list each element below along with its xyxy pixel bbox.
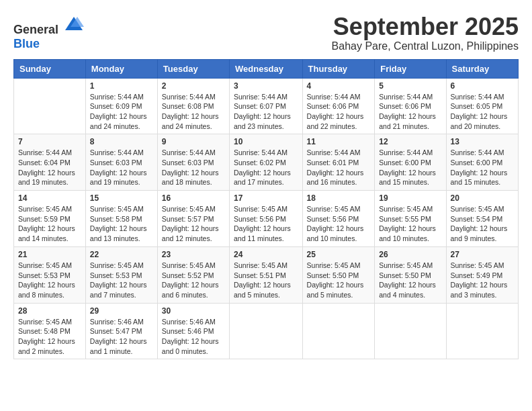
day-info: Sunrise: 5:45 AM Sunset: 5:52 PM Dayligh… (162, 261, 225, 300)
day-info: Sunrise: 5:45 AM Sunset: 5:56 PM Dayligh… (307, 204, 371, 244)
logo-general: General (13, 23, 58, 36)
calendar-table: Sunday Monday Tuesday Wednesday Thursday… (13, 59, 519, 360)
day-number: 4 (307, 81, 371, 91)
calendar-cell (446, 303, 518, 359)
day-number: 12 (379, 137, 441, 146)
calendar-cell: 10 Sunrise: 5:44 AM Sunset: 6:02 PM Dayl… (230, 134, 303, 191)
day-number: 1 (90, 81, 153, 91)
calendar-cell: 16 Sunrise: 5:45 AM Sunset: 5:57 PM Dayl… (157, 191, 229, 247)
day-number: 30 (162, 306, 225, 316)
calendar-cell (302, 303, 375, 359)
day-number: 24 (234, 250, 298, 259)
day-number: 27 (451, 250, 514, 259)
day-info: Sunrise: 5:46 AM Sunset: 5:47 PM Dayligh… (90, 317, 153, 357)
day-number: 13 (451, 137, 514, 146)
day-info: Sunrise: 5:44 AM Sunset: 6:06 PM Dayligh… (307, 92, 371, 132)
day-info: Sunrise: 5:45 AM Sunset: 5:57 PM Dayligh… (162, 204, 225, 244)
calendar-cell: 5 Sunrise: 5:44 AM Sunset: 6:06 PM Dayli… (375, 78, 446, 134)
calendar-cell: 24 Sunrise: 5:45 AM Sunset: 5:51 PM Dayl… (230, 246, 303, 303)
calendar-week-row: 14 Sunrise: 5:45 AM Sunset: 5:59 PM Dayl… (14, 191, 519, 247)
day-info: Sunrise: 5:45 AM Sunset: 5:56 PM Dayligh… (234, 204, 298, 244)
day-info: Sunrise: 5:45 AM Sunset: 5:54 PM Dayligh… (451, 204, 514, 244)
day-info: Sunrise: 5:45 AM Sunset: 5:58 PM Dayligh… (90, 204, 153, 244)
logo-blue: Blue (13, 37, 40, 50)
header-sunday: Sunday (14, 59, 86, 78)
day-number: 8 (90, 137, 153, 146)
calendar-cell: 21 Sunrise: 5:45 AM Sunset: 5:53 PM Dayl… (14, 246, 86, 303)
header-saturday: Saturday (446, 59, 518, 78)
calendar-cell: 12 Sunrise: 5:44 AM Sunset: 6:00 PM Dayl… (375, 134, 446, 191)
day-info: Sunrise: 5:44 AM Sunset: 6:00 PM Dayligh… (379, 148, 441, 187)
calendar-cell: 2 Sunrise: 5:44 AM Sunset: 6:08 PM Dayli… (157, 78, 229, 134)
day-number: 20 (451, 193, 514, 203)
day-number: 19 (379, 193, 441, 203)
day-info: Sunrise: 5:44 AM Sunset: 6:03 PM Dayligh… (162, 148, 225, 187)
calendar-cell: 4 Sunrise: 5:44 AM Sunset: 6:06 PM Dayli… (302, 78, 375, 134)
day-info: Sunrise: 5:44 AM Sunset: 6:06 PM Dayligh… (379, 92, 441, 132)
month-title: September 2025 (332, 13, 519, 40)
day-number: 18 (307, 193, 371, 203)
calendar-cell: 6 Sunrise: 5:44 AM Sunset: 6:05 PM Dayli… (446, 78, 518, 134)
calendar-cell: 7 Sunrise: 5:44 AM Sunset: 6:04 PM Dayli… (14, 134, 86, 191)
header-tuesday: Tuesday (157, 59, 229, 78)
calendar-cell: 14 Sunrise: 5:45 AM Sunset: 5:59 PM Dayl… (14, 191, 86, 247)
day-number: 10 (234, 137, 298, 146)
title-section: September 2025 Bahay Pare, Central Luzon… (332, 13, 519, 52)
calendar-cell (230, 303, 303, 359)
day-info: Sunrise: 5:44 AM Sunset: 6:01 PM Dayligh… (307, 148, 371, 187)
day-number: 2 (162, 81, 225, 91)
day-info: Sunrise: 5:45 AM Sunset: 5:59 PM Dayligh… (18, 204, 81, 244)
header-thursday: Thursday (302, 59, 375, 78)
location-title: Bahay Pare, Central Luzon, Philippines (332, 40, 519, 52)
day-number: 5 (379, 81, 441, 91)
calendar-cell: 30 Sunrise: 5:46 AM Sunset: 5:46 PM Dayl… (157, 303, 229, 359)
calendar-cell: 23 Sunrise: 5:45 AM Sunset: 5:52 PM Dayl… (157, 246, 229, 303)
calendar-cell: 22 Sunrise: 5:45 AM Sunset: 5:53 PM Dayl… (85, 246, 157, 303)
calendar-cell: 15 Sunrise: 5:45 AM Sunset: 5:58 PM Dayl… (85, 191, 157, 247)
calendar-week-row: 21 Sunrise: 5:45 AM Sunset: 5:53 PM Dayl… (14, 246, 519, 303)
header-wednesday: Wednesday (230, 59, 303, 78)
day-info: Sunrise: 5:44 AM Sunset: 6:04 PM Dayligh… (18, 148, 81, 187)
day-info: Sunrise: 5:44 AM Sunset: 6:03 PM Dayligh… (90, 148, 153, 187)
day-info: Sunrise: 5:45 AM Sunset: 5:48 PM Dayligh… (18, 317, 81, 357)
calendar-cell: 29 Sunrise: 5:46 AM Sunset: 5:47 PM Dayl… (85, 303, 157, 359)
day-number: 11 (307, 137, 371, 146)
day-number: 22 (90, 250, 153, 259)
day-number: 9 (162, 137, 225, 146)
calendar-week-row: 28 Sunrise: 5:45 AM Sunset: 5:48 PM Dayl… (14, 303, 519, 359)
day-info: Sunrise: 5:45 AM Sunset: 5:53 PM Dayligh… (90, 261, 153, 300)
logo: General Blue (13, 13, 84, 51)
calendar-cell: 17 Sunrise: 5:45 AM Sunset: 5:56 PM Dayl… (230, 191, 303, 247)
calendar-cell: 20 Sunrise: 5:45 AM Sunset: 5:54 PM Dayl… (446, 191, 518, 247)
calendar-cell (14, 78, 86, 134)
day-number: 29 (90, 306, 153, 316)
day-info: Sunrise: 5:45 AM Sunset: 5:49 PM Dayligh… (451, 261, 514, 300)
day-info: Sunrise: 5:44 AM Sunset: 6:05 PM Dayligh… (451, 92, 514, 132)
day-number: 23 (162, 250, 225, 259)
day-info: Sunrise: 5:44 AM Sunset: 6:08 PM Dayligh… (162, 92, 225, 132)
day-info: Sunrise: 5:45 AM Sunset: 5:50 PM Dayligh… (307, 261, 371, 300)
calendar-header-row: Sunday Monday Tuesday Wednesday Thursday… (14, 59, 519, 78)
day-number: 16 (162, 193, 225, 203)
day-info: Sunrise: 5:44 AM Sunset: 6:02 PM Dayligh… (234, 148, 298, 187)
day-number: 3 (234, 81, 298, 91)
calendar-cell: 8 Sunrise: 5:44 AM Sunset: 6:03 PM Dayli… (85, 134, 157, 191)
day-info: Sunrise: 5:45 AM Sunset: 5:53 PM Dayligh… (18, 261, 81, 300)
header-friday: Friday (375, 59, 446, 78)
page-header: General Blue September 2025 Bahay Pare, … (13, 13, 519, 52)
day-number: 28 (18, 306, 81, 316)
day-info: Sunrise: 5:44 AM Sunset: 6:07 PM Dayligh… (234, 92, 298, 132)
calendar-cell: 26 Sunrise: 5:45 AM Sunset: 5:50 PM Dayl… (375, 246, 446, 303)
day-number: 25 (307, 250, 371, 259)
day-number: 7 (18, 137, 81, 146)
day-info: Sunrise: 5:44 AM Sunset: 6:00 PM Dayligh… (451, 148, 514, 187)
day-info: Sunrise: 5:45 AM Sunset: 5:55 PM Dayligh… (379, 204, 441, 244)
day-info: Sunrise: 5:45 AM Sunset: 5:51 PM Dayligh… (234, 261, 298, 300)
day-number: 15 (90, 193, 153, 203)
day-number: 6 (451, 81, 514, 91)
calendar-cell: 19 Sunrise: 5:45 AM Sunset: 5:55 PM Dayl… (375, 191, 446, 247)
calendar-cell: 1 Sunrise: 5:44 AM Sunset: 6:09 PM Dayli… (85, 78, 157, 134)
calendar-cell: 27 Sunrise: 5:45 AM Sunset: 5:49 PM Dayl… (446, 246, 518, 303)
calendar-cell: 9 Sunrise: 5:44 AM Sunset: 6:03 PM Dayli… (157, 134, 229, 191)
calendar-cell: 13 Sunrise: 5:44 AM Sunset: 6:00 PM Dayl… (446, 134, 518, 191)
